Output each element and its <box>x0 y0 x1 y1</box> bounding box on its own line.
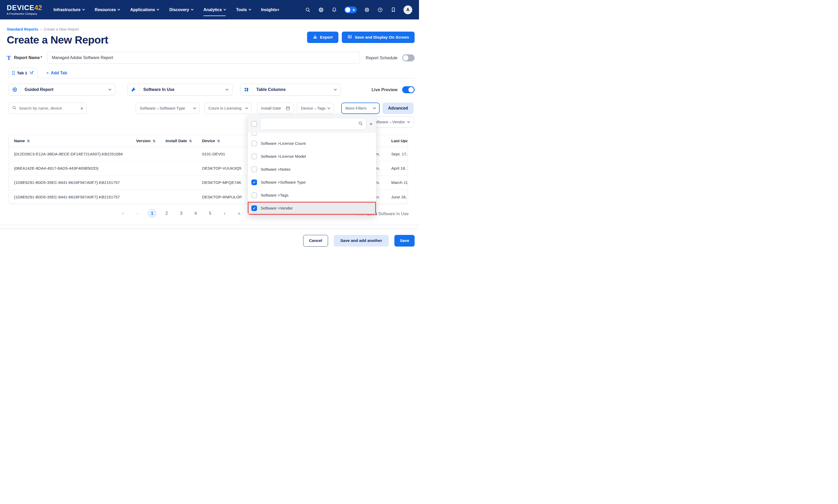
filter-chip-label: More Filters <box>345 106 367 111</box>
data-source-select[interactable]: Software In Use <box>127 84 232 95</box>
previous-page-button[interactable]: ‹ <box>133 209 142 218</box>
save-display-label: Save and Display On Screen <box>355 35 409 40</box>
column-header-device[interactable]: Device⇅ <box>202 135 220 147</box>
cell-last-updated: June 16, 2 <box>391 190 408 204</box>
user-avatar[interactable]: A <box>404 5 412 14</box>
first-page-button[interactable]: « <box>119 209 128 218</box>
toggle-knob <box>403 55 408 60</box>
cell-device: DESKTOP-MFQE74K <box>202 176 241 190</box>
sort-icon[interactable]: ⇅ <box>153 139 156 143</box>
page-button-2[interactable]: 2 <box>162 209 171 218</box>
bookmark-icon[interactable] <box>390 7 396 13</box>
view-mode-select[interactable]: Table Columns <box>240 84 341 95</box>
nav-item-insights[interactable]: Insights+ <box>261 0 280 19</box>
column-header-version[interactable]: Version⇅ <box>136 135 156 147</box>
nav-item-infrastructure[interactable]: Infrastructure <box>54 0 85 19</box>
filter-chip-label: Count in Licensing <box>208 106 242 111</box>
filter-chip-install-date[interactable]: Install Date <box>257 103 294 114</box>
panel-option-label: Software >Software Type <box>261 180 305 185</box>
select-all-checkbox[interactable] <box>251 121 257 127</box>
nav-item-analytics[interactable]: Analytics <box>203 0 226 19</box>
filter-row: × Software→Software TypeCount in Licensi… <box>7 103 415 114</box>
tab-1[interactable]: Tab 1 <box>8 68 38 78</box>
page-button-4[interactable]: 4 <box>191 209 200 218</box>
live-preview-toggle[interactable] <box>402 86 415 93</box>
nav-item-label: Tools <box>236 7 247 12</box>
search-icon[interactable] <box>305 7 311 13</box>
report-name-input[interactable] <box>48 52 360 64</box>
theme-toggle[interactable] <box>344 6 357 13</box>
column-header-label: Install Date <box>165 139 187 143</box>
search-input[interactable] <box>19 106 78 111</box>
filter-chip-device-tags[interactable]: Device→Tags <box>297 103 334 114</box>
panel-option-software-vendor[interactable]: ✓Software >Vendor <box>248 202 376 215</box>
panel-search-input[interactable] <box>264 122 356 126</box>
panel-option-list: Software >License CountSoftware >License… <box>248 137 376 215</box>
panel-option-software-license-model[interactable]: Software >License Model <box>248 150 376 163</box>
logo-tagline: A Freshworks Company <box>7 13 42 15</box>
nav-item-resources[interactable]: Resources <box>95 0 120 19</box>
column-header-last-upd[interactable]: Last Upd <box>391 135 408 147</box>
add-tab-button[interactable]: + Add Tab <box>46 70 67 76</box>
column-header-label: Name <box>14 139 25 143</box>
table-search: × <box>8 103 87 114</box>
cell-device: DESKTOP-RNPULOP <box>202 190 242 204</box>
nav-item-tools[interactable]: Tools <box>236 0 251 19</box>
unchecked-checkbox[interactable] <box>251 166 257 172</box>
report-type-select[interactable]: Guided Report <box>8 84 115 95</box>
panel-option-software-software-type[interactable]: ✓Software >Software Type <box>248 176 376 189</box>
advanced-button[interactable]: Advanced <box>382 103 413 114</box>
page-button-3[interactable]: 3 <box>176 209 186 218</box>
save-and-add-another-button[interactable]: Save and add another <box>334 235 389 247</box>
breadcrumb-standard-reports[interactable]: Standard Reports <box>7 27 38 31</box>
globe-icon[interactable] <box>318 7 324 13</box>
export-button[interactable]: Export <box>307 32 338 43</box>
page-button-5[interactable]: 5 <box>206 209 215 218</box>
column-header-name[interactable]: Name⇅ <box>14 135 30 147</box>
filter-chip-count-in-licensing[interactable]: Count in Licensing <box>204 103 252 114</box>
sort-icon[interactable]: ⇅ <box>189 139 192 143</box>
next-page-button[interactable]: › <box>220 209 229 218</box>
edit-tab-icon[interactable] <box>30 70 34 76</box>
help-icon[interactable]: ? <box>377 7 383 13</box>
settings-gear-icon[interactable] <box>364 7 370 13</box>
nav-item-label: Applications <box>130 7 155 12</box>
close-panel-icon[interactable]: × <box>370 122 372 126</box>
column-header-install-date[interactable]: Install Date⇅ <box>165 135 192 147</box>
table-display-icon <box>347 34 352 40</box>
save-button[interactable]: Save <box>394 235 415 247</box>
unchecked-checkbox[interactable] <box>251 193 257 198</box>
save-display-button[interactable]: Save and Display On Screen <box>342 32 415 43</box>
cancel-button[interactable]: Cancel <box>303 235 328 247</box>
filter-chip-more-filters[interactable]: More Filters <box>341 103 380 114</box>
panel-option-label: Software >Tags <box>261 193 288 198</box>
chevron-down-icon <box>193 106 196 109</box>
cell-last-updated: April 18, 2 <box>391 161 408 175</box>
page-button-1[interactable]: 1 <box>147 209 157 218</box>
panel-option-software-license-count[interactable]: Software >License Count <box>248 137 376 150</box>
panel-option-software-tags[interactable]: Software >Tags <box>248 189 376 202</box>
checked-checkbox[interactable]: ✓ <box>251 205 257 211</box>
clear-search-icon[interactable]: × <box>80 106 83 111</box>
unchecked-checkbox[interactable] <box>251 154 257 159</box>
report-schedule-toggle[interactable] <box>402 54 415 61</box>
device42-logo[interactable]: DEVICE42 A Freshworks Company <box>7 4 42 15</box>
sort-icon[interactable]: ⇅ <box>27 139 30 143</box>
panel-option-label: Software >Vendor <box>261 206 293 211</box>
sort-icon[interactable]: ⇅ <box>217 139 220 143</box>
drag-handle-icon[interactable] <box>12 71 15 75</box>
plus-icon: + <box>46 70 49 76</box>
page-title: Create a New Report <box>7 34 108 46</box>
notifications-bell-icon[interactable] <box>331 7 337 13</box>
report-schedule-label: Report Schedule <box>365 55 397 60</box>
nav-item-discovery[interactable]: Discovery <box>169 0 193 19</box>
last-page-button[interactable]: » <box>234 209 244 218</box>
nav-item-applications[interactable]: Applications <box>130 0 159 19</box>
filter-chip-software-software-type[interactable]: Software→Software Type <box>136 103 199 114</box>
unchecked-checkbox[interactable] <box>251 141 257 146</box>
guided-report-icon <box>9 84 21 95</box>
checked-checkbox[interactable]: ✓ <box>251 179 257 185</box>
chevron-down-icon <box>373 106 376 109</box>
breadcrumb-separator: › <box>40 27 42 31</box>
panel-option-software-notes[interactable]: Software >Notes <box>248 163 376 176</box>
